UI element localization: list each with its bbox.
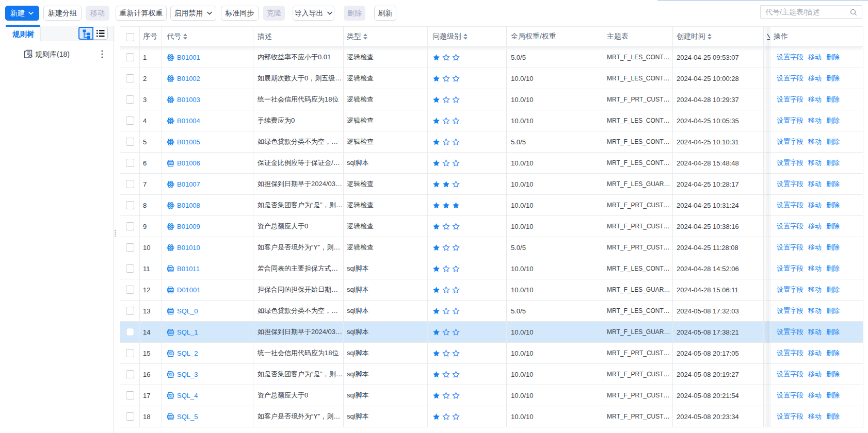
svg-text:SQL: SQL <box>168 394 173 397</box>
svg-text:SQL: SQL <box>168 373 173 376</box>
svg-text:SQL: SQL <box>168 310 173 312</box>
svg-text:SQL: SQL <box>168 352 173 355</box>
svg-text:SQL: SQL <box>168 289 173 291</box>
svg-text:SQL: SQL <box>168 331 173 334</box>
svg-text:SQL: SQL <box>168 268 173 270</box>
svg-text:SQL: SQL <box>168 415 173 418</box>
svg-text:SQL: SQL <box>168 162 173 164</box>
